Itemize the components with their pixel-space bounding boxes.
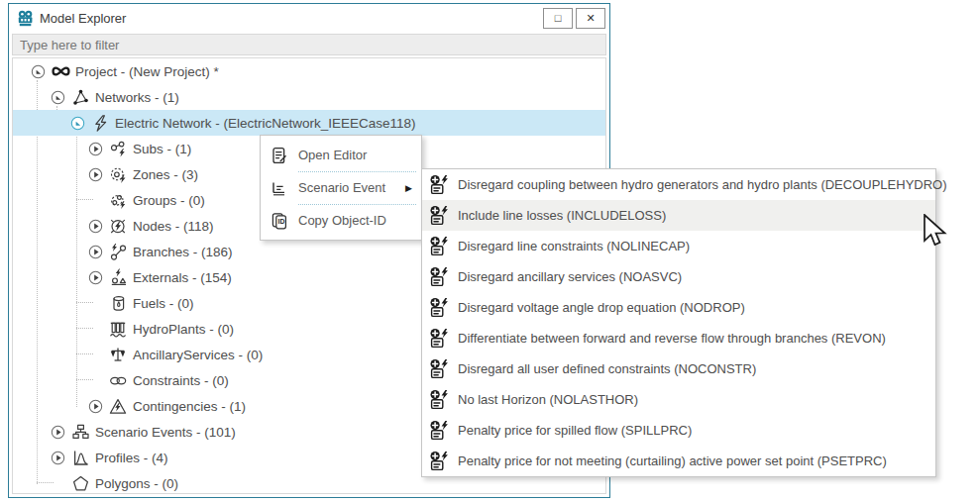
context-menu-item[interactable]: ID Copy Object-ID — [261, 204, 421, 237]
tree-item[interactable]: Electric Network - (ElectricNetwork_IEEE… — [13, 110, 605, 136]
scenario-events-icon — [68, 421, 92, 443]
tree-connector — [76, 328, 93, 329]
scenario-event-icon — [261, 178, 298, 198]
branches-icon — [106, 241, 130, 262]
tree-connector — [76, 302, 93, 303]
externals-icon — [106, 266, 130, 288]
submenu-item[interactable]: Disregard all user defined constraints (… — [422, 353, 935, 384]
context-menu-item[interactable]: Scenario Event ▶ — [261, 171, 421, 204]
context-menu-item[interactable]: Open Editor — [261, 139, 421, 171]
submenu-item[interactable]: Penalty price for not meeting (curtailin… — [422, 446, 935, 476]
tree-connector — [76, 353, 93, 354]
submenu-arrow-icon: ▶ — [405, 183, 421, 193]
expand-arrow-icon[interactable] — [84, 266, 106, 288]
tree-connector — [76, 199, 93, 200]
add-scenario-event-icon — [422, 420, 458, 442]
groups-icon — [106, 189, 130, 211]
expander-icon — [84, 292, 106, 314]
submenu-item[interactable]: Disregard coupling between hydro generat… — [422, 169, 935, 200]
add-scenario-event-icon — [422, 389, 458, 411]
expander-icon — [84, 189, 106, 211]
submenu-item[interactable]: No last Horizon (NOLASTHOR) — [422, 384, 935, 415]
expand-arrow-icon[interactable] — [84, 395, 106, 417]
scenario-event-submenu: Disregard coupling between hydro generat… — [421, 168, 936, 477]
add-scenario-event-icon — [422, 451, 458, 472]
expander-icon — [84, 318, 106, 340]
tree-connector — [76, 379, 93, 380]
profiles-icon — [68, 447, 92, 468]
lightning-icon — [88, 112, 112, 134]
collapse-arrow-icon[interactable] — [47, 86, 68, 108]
submenu-item[interactable]: Disregard ancillary services (NOASVC) — [422, 261, 935, 292]
expand-arrow-icon[interactable] — [84, 138, 106, 159]
zones-icon — [106, 163, 130, 185]
add-scenario-event-icon — [422, 328, 458, 350]
mouse-cursor-icon — [923, 214, 950, 248]
nodes-icon — [106, 215, 130, 237]
contingencies-icon — [106, 395, 130, 417]
expand-arrow-icon[interactable] — [84, 163, 106, 185]
add-scenario-event-icon — [422, 205, 458, 227]
polygons-icon — [68, 472, 92, 494]
hydroplants-icon — [106, 318, 130, 340]
copy-object-id-icon: ID — [261, 211, 298, 231]
collapse-arrow-icon[interactable] — [66, 112, 88, 134]
add-scenario-event-icon — [422, 297, 458, 319]
tree-item[interactable]: Networks - (1) — [13, 84, 605, 110]
submenu-item[interactable]: Disregard voltage angle drop equation (N… — [422, 292, 935, 323]
network-icon — [68, 86, 92, 108]
infinity-icon — [49, 60, 72, 82]
expand-arrow-icon[interactable] — [47, 447, 68, 468]
title-bar: Model Explorer □ ✕ — [9, 4, 609, 32]
ancillary-services-icon — [106, 344, 130, 365]
close-button[interactable]: ✕ — [576, 8, 605, 29]
submenu-item[interactable]: Disregard line constraints (NOLINECAP) — [422, 231, 935, 261]
filter-input[interactable] — [13, 37, 605, 53]
svg-text:ID: ID — [278, 218, 285, 225]
tree-item[interactable]: Project - (New Project) * — [13, 58, 605, 84]
filter-box[interactable] — [12, 34, 606, 55]
expander-icon — [84, 369, 106, 391]
tree-connector — [37, 482, 54, 483]
submenu-item[interactable]: Differentiate between forward and revers… — [422, 323, 935, 353]
add-scenario-event-icon — [422, 236, 458, 257]
expander-icon — [84, 344, 106, 365]
expand-arrow-icon[interactable] — [84, 241, 106, 262]
subs-icon — [106, 138, 130, 159]
window-title: Model Explorer — [40, 11, 540, 26]
add-scenario-event-icon — [422, 358, 458, 380]
expander-icon — [47, 472, 68, 494]
submenu-item[interactable]: Include line losses (INCLUDELOSS) — [422, 200, 935, 231]
submenu-item[interactable]: Penalty price for spilled flow (SPILLPRC… — [422, 415, 935, 446]
context-menu: Open Editor Scenario Event ▶ ID Copy Obj… — [260, 135, 422, 241]
add-scenario-event-icon — [422, 174, 458, 196]
open-editor-icon — [261, 146, 298, 165]
expand-arrow-icon[interactable] — [84, 215, 106, 237]
constraints-icon — [106, 369, 130, 391]
model-explorer-logo-icon — [17, 10, 34, 27]
collapse-arrow-icon[interactable] — [27, 60, 49, 82]
maximize-button[interactable]: □ — [543, 8, 573, 29]
expand-arrow-icon[interactable] — [47, 421, 68, 443]
add-scenario-event-icon — [422, 266, 458, 288]
fuels-icon — [106, 292, 130, 314]
